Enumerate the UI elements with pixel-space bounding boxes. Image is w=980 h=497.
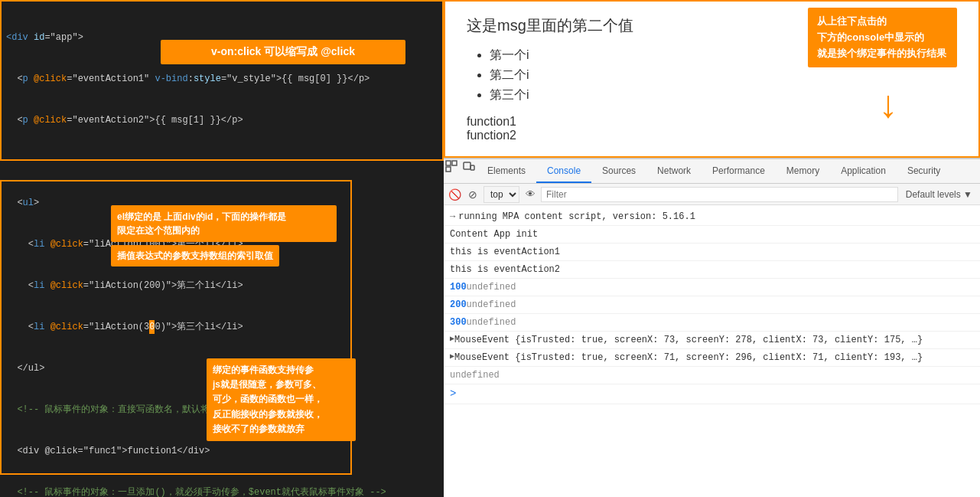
tab-elements[interactable]: Elements bbox=[477, 159, 536, 183]
devtools-responsive-icon[interactable] bbox=[462, 159, 476, 173]
default-levels-button[interactable]: Default levels ▼ bbox=[901, 188, 977, 201]
down-arrow-icon: ↓ bbox=[877, 88, 900, 126]
event-func-annotation: 绑定的事件函数支持传参js就是很随意，参数可多、可少，函数的函数也一样，反正能接… bbox=[207, 358, 356, 441]
code-token: @click bbox=[50, 320, 83, 334]
console-line: → running MPA content script, version: 5… bbox=[444, 208, 980, 226]
tab-memory[interactable]: Memory bbox=[776, 159, 830, 183]
console-text: undefined bbox=[450, 368, 500, 382]
clear-console-button[interactable]: 🚫 bbox=[447, 187, 462, 202]
vclick-annotation: v-on:click 可以缩写成 @click bbox=[161, 40, 405, 64]
code-token: style bbox=[194, 72, 221, 86]
filter-icon[interactable]: ⊘ bbox=[465, 187, 480, 202]
code-token: ul bbox=[23, 196, 34, 210]
code-token: < bbox=[6, 196, 23, 210]
code-line bbox=[6, 155, 438, 168]
page-content-area: 这是msg里面的第二个值 第一个i 第二个i 第三个i function1 fu… bbox=[444, 0, 980, 159]
console-line: Content App init bbox=[444, 226, 980, 244]
console-text: MouseEvent {isTrusted: true, screenX: 73… bbox=[454, 333, 923, 347]
code-token: id bbox=[34, 31, 44, 44]
right-panel: 这是msg里面的第二个值 第一个i 第二个i 第三个i function1 fu… bbox=[444, 0, 980, 497]
code-token: ="eventAction1" bbox=[67, 72, 155, 86]
code-line: <li @click="liAction(200)">第二个li</li> bbox=[6, 279, 438, 293]
console-tree-line[interactable]: MouseEvent {isTrusted: true, screenX: 71… bbox=[444, 349, 980, 367]
console-text: this is eventAction1 bbox=[450, 245, 560, 259]
tab-console[interactable]: Console bbox=[536, 159, 591, 183]
code-token: v-bind bbox=[155, 72, 187, 86]
console-text: MouseEvent {isTrusted: true, screenX: 71… bbox=[454, 351, 923, 365]
code-token: @click bbox=[50, 279, 83, 293]
code-token: ="liAction(200)">第二个li</li> bbox=[83, 279, 243, 293]
console-prompt-line[interactable]: > bbox=[444, 384, 980, 404]
code-token: @click bbox=[34, 113, 67, 127]
code-token: > bbox=[34, 196, 39, 210]
console-text: this is eventAction2 bbox=[450, 263, 560, 276]
console-num: 200 bbox=[450, 298, 467, 312]
devtools-panel: Elements Console Sources Network Perform… bbox=[444, 159, 980, 497]
filter-input[interactable] bbox=[541, 187, 898, 202]
svg-rect-4 bbox=[470, 165, 474, 170]
right-top-annotation: 从上往下点击的下方的console中显示的就是挨个绑定事件的执行结果 bbox=[808, 8, 957, 67]
console-line: 300 undefined bbox=[444, 314, 980, 332]
code-token: @click bbox=[50, 237, 83, 251]
code-token: <div bbox=[6, 31, 34, 44]
code-token: li bbox=[34, 320, 50, 334]
devtools-tabs-bar: Elements Console Sources Network Perform… bbox=[444, 159, 980, 184]
context-select[interactable]: top bbox=[483, 186, 519, 203]
list-item: 第二个i bbox=[490, 67, 957, 83]
console-line: this is eventAction1 bbox=[444, 244, 980, 261]
code-token: <div @click="func1">function1</div> bbox=[6, 444, 210, 458]
code-line: <p @click="eventAction2">{{ msg[1] }}</p… bbox=[6, 113, 438, 127]
tab-sources[interactable]: Sources bbox=[591, 159, 646, 183]
console-text: running MPA content script, version: 5.1… bbox=[458, 210, 695, 224]
console-line: this is eventAction2 bbox=[444, 261, 980, 279]
code-token: < bbox=[6, 113, 23, 127]
console-text: undefined bbox=[467, 316, 516, 329]
svg-rect-0 bbox=[446, 161, 451, 165]
console-line: 200 undefined bbox=[444, 296, 980, 314]
arrow-icon: → bbox=[450, 210, 455, 224]
code-token: p bbox=[23, 72, 34, 86]
code-token: <!-- 鼠标事件的对象：一旦添加()，就必须手动传参，$event就代表鼠标事… bbox=[6, 486, 386, 497]
code-token: < bbox=[6, 237, 34, 251]
console-text: undefined bbox=[467, 298, 516, 312]
code-token: ="liAction(3 bbox=[83, 320, 149, 334]
svg-rect-3 bbox=[464, 162, 470, 169]
code-token: 0)">第三个li</li> bbox=[155, 320, 243, 334]
console-text: Content App init bbox=[450, 227, 538, 241]
tab-security[interactable]: Security bbox=[897, 159, 951, 183]
svg-rect-1 bbox=[452, 161, 457, 165]
console-line: undefined bbox=[444, 367, 980, 384]
console-text: undefined bbox=[467, 280, 516, 294]
code-line: <!-- 鼠标事件的对象：一旦添加()，就必须手动传参，$event就代表鼠标事… bbox=[6, 486, 438, 497]
console-prompt-icon: > bbox=[450, 386, 456, 402]
eye-icon[interactable]: 👁 bbox=[523, 187, 538, 202]
code-editor: <div id="app"> <p @click="eventAction1" … bbox=[0, 0, 444, 497]
console-line: 100 undefined bbox=[444, 279, 980, 296]
code-token: < bbox=[6, 279, 34, 293]
code-token: < bbox=[6, 72, 23, 86]
tab-application[interactable]: Application bbox=[830, 159, 897, 183]
code-token: ="app"> bbox=[44, 31, 83, 44]
tab-network[interactable]: Network bbox=[646, 159, 702, 183]
code-token: : bbox=[188, 72, 194, 86]
console-num: 300 bbox=[450, 316, 467, 329]
tab-performance[interactable]: Performance bbox=[702, 159, 776, 183]
devtools-inspect-icon[interactable] bbox=[444, 159, 458, 173]
svg-rect-2 bbox=[446, 167, 451, 172]
console-output: → running MPA content script, version: 5… bbox=[444, 205, 980, 497]
func2-text: function2 bbox=[467, 129, 957, 142]
code-token: < bbox=[6, 320, 34, 334]
code-token: </ul> bbox=[6, 361, 44, 375]
code-token: ="eventAction2">{{ msg[1] }}</p> bbox=[67, 113, 243, 127]
code-line: <p @click="eventAction1" v-bind:style="v… bbox=[6, 72, 438, 86]
code-line: <li @click="liAction(300)">第三个li</li> bbox=[6, 320, 438, 334]
code-token: 0 bbox=[149, 320, 155, 334]
console-tree-line[interactable]: MouseEvent {isTrusted: true, screenX: 73… bbox=[444, 332, 980, 349]
code-token: li bbox=[34, 237, 50, 251]
code-token: @click bbox=[34, 72, 67, 86]
console-num: 100 bbox=[450, 280, 467, 294]
code-token: p bbox=[23, 113, 34, 127]
interp-annotation: 插值表达式的参数支持数组的索引取值 bbox=[111, 245, 279, 266]
el-annotation: el绑定的是 上面div的id，下面的操作都是限定在这个范围内的 bbox=[111, 205, 337, 242]
code-line: <div @click="func1">function1</div> bbox=[6, 444, 438, 458]
